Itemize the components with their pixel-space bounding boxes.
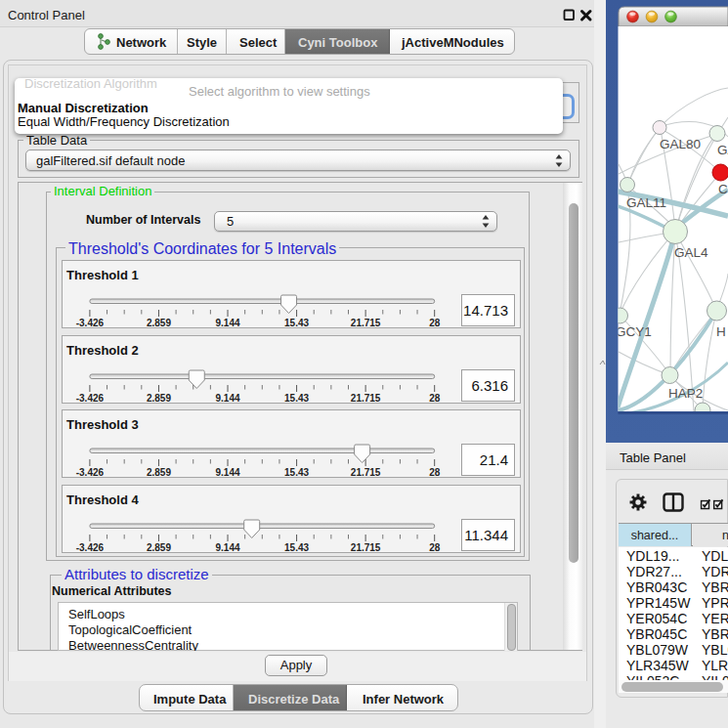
svg-text:2.859: 2.859: [146, 392, 170, 403]
svg-text:-3.426: -3.426: [75, 541, 104, 552]
svg-text:9.144: 9.144: [215, 541, 239, 552]
svg-text:-3.426: -3.426: [75, 467, 104, 478]
svg-text:21.715: 21.715: [350, 467, 380, 478]
svg-text:HAP2: HAP2: [668, 386, 703, 401]
svg-text:21.715: 21.715: [350, 392, 380, 403]
svg-text:9.144: 9.144: [215, 318, 239, 328]
svg-text:15.43: 15.43: [284, 541, 309, 552]
svg-text:2.859: 2.859: [146, 467, 170, 478]
svg-text:GAL4: GAL4: [674, 245, 708, 260]
svg-text:28: 28: [429, 467, 441, 478]
svg-text:GAL11: GAL11: [626, 195, 666, 210]
svg-text:GAL80: GAL80: [660, 137, 701, 151]
svg-text:28: 28: [429, 318, 441, 328]
svg-text:28: 28: [429, 541, 441, 552]
svg-text:9.144: 9.144: [215, 467, 239, 478]
svg-text:9.144: 9.144: [215, 392, 239, 403]
svg-text:21.715: 21.715: [350, 541, 380, 552]
svg-text:2.859: 2.859: [146, 541, 170, 552]
svg-text:-3.426: -3.426: [75, 392, 104, 403]
svg-text:GA: GA: [717, 143, 728, 157]
svg-text:28: 28: [429, 392, 441, 403]
svg-text:21.715: 21.715: [350, 318, 380, 328]
svg-text:C: C: [718, 182, 728, 196]
svg-text:15.43: 15.43: [284, 467, 309, 478]
svg-text:GCY1: GCY1: [616, 324, 652, 339]
svg-text:15.43: 15.43: [284, 318, 309, 328]
svg-text:-3.426: -3.426: [75, 318, 104, 328]
svg-text:2.859: 2.859: [146, 318, 170, 328]
svg-text:H: H: [716, 324, 726, 339]
svg-text:15.43: 15.43: [284, 392, 309, 403]
